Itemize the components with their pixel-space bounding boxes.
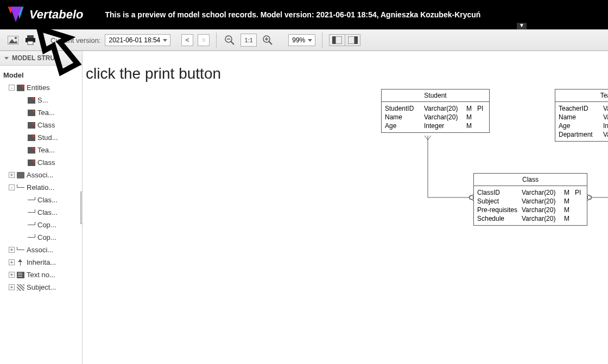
zoom-select[interactable]: 99% xyxy=(288,34,315,46)
svg-rect-20 xyxy=(354,36,358,44)
preview-banner-text: This is a preview of model school record… xyxy=(105,10,480,19)
tree-item[interactable]: +Associ... xyxy=(2,244,82,256)
tree-expand-toggle[interactable]: - xyxy=(9,85,15,91)
relh-icon xyxy=(28,234,35,241)
col-nn: M xyxy=(564,188,572,197)
col-name: Age xyxy=(559,122,600,130)
zoom-reset-button[interactable]: 1:1 xyxy=(240,34,257,47)
entity-column-row: ClassIDVarchar(20)MPI xyxy=(477,188,584,197)
entity-column-row: SubjectVarchar(20)M xyxy=(477,197,584,206)
ent-icon xyxy=(28,135,35,141)
image-export-button[interactable] xyxy=(7,34,20,47)
tree-item[interactable]: Class xyxy=(2,119,82,131)
note-icon xyxy=(17,272,24,278)
tree-item[interactable]: -Entities xyxy=(2,81,82,94)
rel-icon xyxy=(17,247,24,253)
entity-column-row: NameVarchar(20)M xyxy=(559,113,608,122)
tree-item-label: Class xyxy=(37,121,55,129)
tree-item[interactable]: Cop... xyxy=(2,219,82,231)
svg-rect-7 xyxy=(27,35,34,38)
tree-item-label: Stud... xyxy=(37,133,58,142)
entity-column-row: AgeIntegerM xyxy=(385,122,486,130)
tree-spacer xyxy=(20,234,26,240)
zoom-in-button[interactable] xyxy=(261,34,274,47)
svg-marker-5 xyxy=(9,39,17,43)
version-select[interactable]: 2021-06-01 18:54 xyxy=(105,34,170,46)
tree-item[interactable]: Cop... xyxy=(2,231,82,244)
col-key xyxy=(477,113,486,122)
svg-rect-17 xyxy=(332,36,335,44)
ent-icon xyxy=(28,122,35,129)
tree-expand-toggle[interactable]: + xyxy=(9,284,15,290)
tree-spacer xyxy=(20,159,26,165)
model-structure-sidebar: MODEL STRU... Model -EntitiesS...Tea...C… xyxy=(0,51,83,364)
entity-column-row: NameVarchar(20)M xyxy=(385,113,486,122)
printer-icon xyxy=(25,35,36,45)
right-panel-toggle[interactable] xyxy=(345,35,360,46)
relh-icon xyxy=(28,197,35,203)
tree-item-label: Associ... xyxy=(27,246,53,254)
panel-layout-toggle[interactable] xyxy=(329,34,360,46)
tree-item[interactable]: Tea... xyxy=(2,144,82,156)
print-button[interactable] xyxy=(24,34,37,47)
tree-expand-toggle[interactable]: - xyxy=(9,184,15,190)
brand-logo[interactable]: Vertabelo xyxy=(7,5,83,24)
vertabelo-mark-icon xyxy=(7,5,25,24)
col-key xyxy=(575,197,584,206)
entity-teacher[interactable]: Teacher TeacherIDVarchar(20)MPINameVarch… xyxy=(555,89,608,142)
tree-root[interactable]: Model xyxy=(2,69,82,81)
col-name: Name xyxy=(559,113,600,122)
svg-rect-9 xyxy=(28,41,33,44)
version-prev-button[interactable]: < xyxy=(181,34,193,46)
tree-item[interactable]: Tea... xyxy=(2,106,82,119)
brand-text: Vertabelo xyxy=(29,8,83,22)
tree-item[interactable]: -Relatio... xyxy=(2,181,82,194)
entity-column-row: Pre-requisitesVarchar(20)M xyxy=(477,206,584,214)
zoom-value: 99% xyxy=(292,36,305,44)
tree-expand-toggle[interactable]: + xyxy=(9,172,15,178)
tree-item[interactable]: Clas... xyxy=(2,194,82,206)
tree-spacer xyxy=(20,209,26,215)
tree-item-label: Text no... xyxy=(27,271,55,279)
sidebar-panel-header[interactable]: MODEL STRU... xyxy=(0,51,82,66)
tree-item[interactable]: Stud... xyxy=(2,131,82,144)
zoom-out-button[interactable] xyxy=(223,34,236,47)
entity-student[interactable]: Student StudentIDVarchar(20)MPINameVarch… xyxy=(381,89,490,133)
entity-column-row: DepartmentVarchar(20)M xyxy=(559,130,608,139)
col-type: Varchar(20) xyxy=(603,130,608,139)
tree-item-label: Cop... xyxy=(37,221,56,229)
folder-icon xyxy=(17,172,24,178)
relh-icon xyxy=(28,222,35,228)
col-name: ClassID xyxy=(477,188,518,197)
entity-column-row: AgeIntegerM xyxy=(559,122,608,130)
panel-title: MODEL STRU... xyxy=(12,54,60,62)
entity-class[interactable]: Class ClassIDVarchar(20)MPISubjectVarcha… xyxy=(473,173,587,226)
tree-item[interactable]: Clas... xyxy=(2,206,82,219)
svg-line-11 xyxy=(231,41,234,44)
ent-icon xyxy=(28,159,35,166)
col-type: Varchar(20) xyxy=(522,197,561,206)
svg-line-14 xyxy=(269,41,272,44)
rel-icon xyxy=(17,184,24,191)
tree-item[interactable]: S... xyxy=(2,94,82,106)
banner-close-icon[interactable]: ▼ xyxy=(517,23,527,29)
diagram-canvas[interactable]: Student StudentIDVarchar(20)MPINameVarch… xyxy=(83,51,608,364)
tree-expand-toggle[interactable]: + xyxy=(9,259,15,265)
tree-item[interactable]: +Associ... xyxy=(2,169,82,181)
inh-icon xyxy=(17,259,24,266)
tree-item[interactable]: Class xyxy=(2,156,82,169)
col-name: Subject xyxy=(477,197,518,206)
tree-expand-toggle[interactable]: + xyxy=(9,272,15,278)
col-key: PI xyxy=(477,104,486,113)
left-panel-toggle[interactable] xyxy=(330,35,345,46)
svg-rect-18 xyxy=(335,36,342,44)
entity-column-row: StudentIDVarchar(20)MPI xyxy=(385,104,486,113)
tree-expand-toggle[interactable]: + xyxy=(9,247,15,253)
entity-column-row: TeacherIDVarchar(20)MPI xyxy=(559,104,608,113)
tree-item[interactable]: +Inherita... xyxy=(2,256,82,269)
tree-item[interactable]: +Text no... xyxy=(2,269,82,281)
version-next-button[interactable]: > xyxy=(198,34,210,46)
zoom-in-icon xyxy=(263,35,273,45)
tree-item-label: Associ... xyxy=(27,171,53,179)
tree-item[interactable]: +Subject... xyxy=(2,281,82,293)
